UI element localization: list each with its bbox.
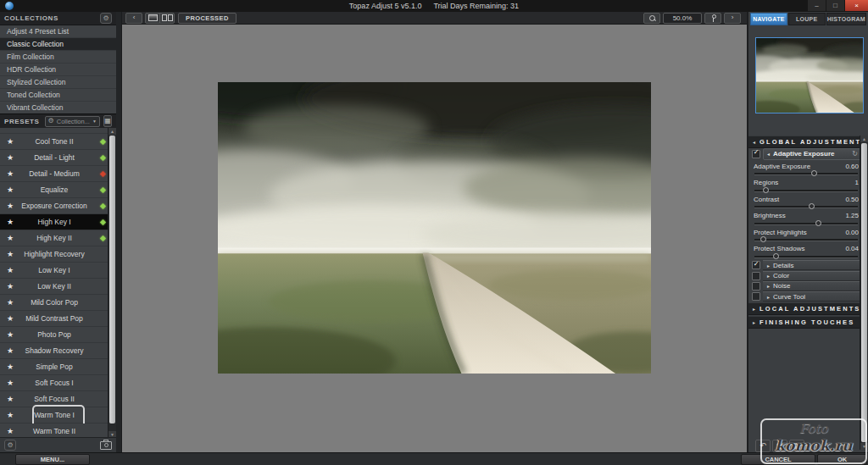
favorite-star-icon[interactable]: ★ bbox=[7, 314, 14, 323]
preset-item[interactable]: ★ Warm Tone II bbox=[0, 423, 108, 438]
processed-tab[interactable]: PROCESSED bbox=[178, 13, 236, 24]
panel-tab[interactable]: LOUPE bbox=[788, 13, 826, 25]
preset-item[interactable]: ★ Exposure Correction bbox=[0, 198, 108, 214]
favorite-star-icon[interactable]: ★ bbox=[7, 427, 14, 435]
subsection-checkbox[interactable] bbox=[752, 272, 760, 280]
favorite-star-icon[interactable]: ★ bbox=[7, 250, 14, 258]
minimize-button[interactable]: – bbox=[808, 0, 826, 11]
panel-tab[interactable]: HISTOGRAM bbox=[826, 13, 866, 25]
adaptive-exposure-bar[interactable]: ◂ Adaptive Exposure ↻ bbox=[763, 148, 862, 160]
preset-item[interactable]: ★ Mild Color Pop bbox=[0, 295, 108, 311]
collection-item[interactable]: HDR Collection bbox=[0, 64, 116, 76]
subsection-checkbox[interactable] bbox=[752, 261, 760, 269]
preset-item[interactable]: ★ Equalize bbox=[0, 182, 108, 198]
collection-item[interactable]: Adjust 4 Preset List bbox=[0, 25, 116, 38]
image-canvas[interactable] bbox=[122, 25, 747, 453]
adaptive-exposure-checkbox[interactable] bbox=[752, 150, 760, 158]
pan-button[interactable] bbox=[704, 13, 721, 24]
scrollbar-thumb[interactable] bbox=[861, 143, 867, 442]
favorite-star-icon[interactable]: ★ bbox=[7, 282, 14, 291]
favorite-star-icon[interactable]: ★ bbox=[7, 185, 14, 194]
scroll-up-icon[interactable]: ▲ bbox=[860, 136, 868, 142]
favorite-star-icon[interactable]: ★ bbox=[7, 411, 14, 419]
favorite-star-icon[interactable]: ★ bbox=[7, 330, 14, 339]
favorite-star-icon[interactable]: ★ bbox=[7, 128, 14, 130]
slider-track[interactable] bbox=[754, 220, 859, 227]
scrollbar-thumb[interactable] bbox=[109, 136, 115, 423]
split-view-button[interactable] bbox=[159, 14, 174, 23]
scroll-up-icon[interactable]: ▲ bbox=[108, 128, 116, 135]
favorite-star-icon[interactable]: ★ bbox=[7, 218, 14, 226]
reset-icon[interactable]: ↻ bbox=[852, 150, 858, 158]
slider-track[interactable] bbox=[754, 203, 859, 210]
preset-item[interactable]: ★ Detail - Light bbox=[0, 150, 108, 166]
preset-sort-dropdown[interactable]: ⚙ Collection... ▼ bbox=[45, 116, 100, 127]
slider-thumb[interactable] bbox=[760, 236, 766, 242]
forward-button[interactable]: › bbox=[724, 13, 741, 24]
preset-item[interactable]: ★ Shadow Recovery bbox=[0, 343, 108, 359]
zoom-level-field[interactable]: 50.0% bbox=[663, 13, 702, 24]
collection-item[interactable]: Stylized Collection bbox=[0, 76, 116, 89]
subsection-checkbox[interactable] bbox=[752, 282, 760, 291]
favorite-star-icon[interactable]: ★ bbox=[7, 169, 14, 178]
favorite-star-icon[interactable]: ★ bbox=[7, 266, 14, 274]
slider-thumb[interactable] bbox=[815, 220, 821, 226]
close-button[interactable]: × bbox=[845, 0, 868, 11]
collection-item[interactable]: Film Collection bbox=[0, 51, 116, 64]
favorite-star-icon[interactable]: ★ bbox=[7, 202, 14, 210]
restore-button[interactable]: □ bbox=[826, 0, 844, 11]
panel-splitter[interactable] bbox=[116, 12, 122, 453]
slider-thumb[interactable] bbox=[763, 187, 769, 193]
collections-settings-button[interactable]: ⚙ bbox=[100, 13, 112, 24]
slider-thumb[interactable] bbox=[811, 170, 817, 176]
finishing-touches-header[interactable]: ▸ FINISHING TOUCHES bbox=[748, 316, 868, 329]
preset-item[interactable]: ★ High Key II bbox=[0, 230, 108, 246]
slider-track[interactable] bbox=[754, 187, 859, 194]
favorite-star-icon[interactable]: ★ bbox=[7, 137, 14, 146]
slider-track[interactable] bbox=[754, 253, 859, 260]
preset-options-button[interactable]: ⚙ bbox=[4, 440, 16, 451]
favorite-star-icon[interactable]: ★ bbox=[7, 379, 14, 387]
collection-item[interactable]: Classic Collection bbox=[0, 38, 116, 51]
preset-item[interactable]: ★ Detail - Medium bbox=[0, 166, 108, 182]
navigator-thumbnail[interactable] bbox=[755, 37, 864, 113]
menu-button[interactable]: MENU... bbox=[15, 454, 90, 465]
subsection-bar[interactable]: ▸ Color bbox=[763, 271, 862, 281]
preset-item[interactable]: ★ Low Key I bbox=[0, 263, 108, 279]
preset-item[interactable]: ★ Cool Tone I bbox=[0, 128, 108, 134]
preset-item[interactable]: ★ High Key I bbox=[0, 214, 108, 230]
photo-preview[interactable] bbox=[218, 82, 651, 374]
single-view-button[interactable] bbox=[146, 14, 159, 23]
panel-tab[interactable]: NAVIGATE bbox=[750, 13, 787, 25]
zoom-button[interactable] bbox=[643, 13, 660, 24]
favorite-star-icon[interactable]: ★ bbox=[7, 395, 14, 403]
preset-item[interactable]: ★ Soft Focus I bbox=[0, 375, 108, 391]
back-button[interactable]: ‹ bbox=[125, 13, 142, 24]
presets-scrollbar[interactable]: ▲ ▼ bbox=[108, 128, 116, 438]
favorite-star-icon[interactable]: ★ bbox=[7, 234, 14, 242]
slider-track[interactable] bbox=[754, 170, 859, 177]
favorite-star-icon[interactable]: ★ bbox=[7, 298, 14, 307]
preset-item[interactable]: ★ Photo Pop bbox=[0, 327, 108, 343]
preset-item[interactable]: ★ Low Key II bbox=[0, 279, 108, 295]
subsection-checkbox[interactable] bbox=[752, 292, 760, 301]
favorite-star-icon[interactable]: ★ bbox=[7, 153, 14, 162]
adjustments-scrollbar[interactable]: ▲ ▼ bbox=[860, 136, 868, 450]
local-adjustments-header[interactable]: ▸ LOCAL ADJUSTMENTS bbox=[748, 302, 868, 315]
slider-track[interactable] bbox=[754, 236, 859, 243]
slider-thumb[interactable] bbox=[773, 253, 779, 259]
collection-item[interactable]: Vibrant Collection bbox=[0, 102, 116, 114]
slider-thumb[interactable] bbox=[809, 203, 815, 209]
preset-grid-view-button[interactable]: ▦ bbox=[103, 115, 112, 127]
subsection-bar[interactable]: ▸ Noise bbox=[763, 281, 862, 291]
camera-snapshot-icon[interactable] bbox=[100, 441, 112, 450]
favorite-star-icon[interactable]: ★ bbox=[7, 346, 14, 355]
subsection-bar[interactable]: ▸ Details bbox=[763, 260, 862, 270]
favorite-star-icon[interactable]: ★ bbox=[7, 363, 14, 371]
collection-item[interactable]: Toned Collection bbox=[0, 89, 116, 102]
preset-item[interactable]: ★ Mild Contrast Pop bbox=[0, 311, 108, 327]
subsection-bar[interactable]: ▸ Curve Tool bbox=[763, 291, 862, 302]
preset-item[interactable]: ★ Highlight Recovery bbox=[0, 246, 108, 263]
preset-item[interactable]: ★ Cool Tone II bbox=[0, 134, 108, 150]
global-adjustments-header[interactable]: ◂ GLOBAL ADJUSTMENTS bbox=[748, 136, 868, 148]
